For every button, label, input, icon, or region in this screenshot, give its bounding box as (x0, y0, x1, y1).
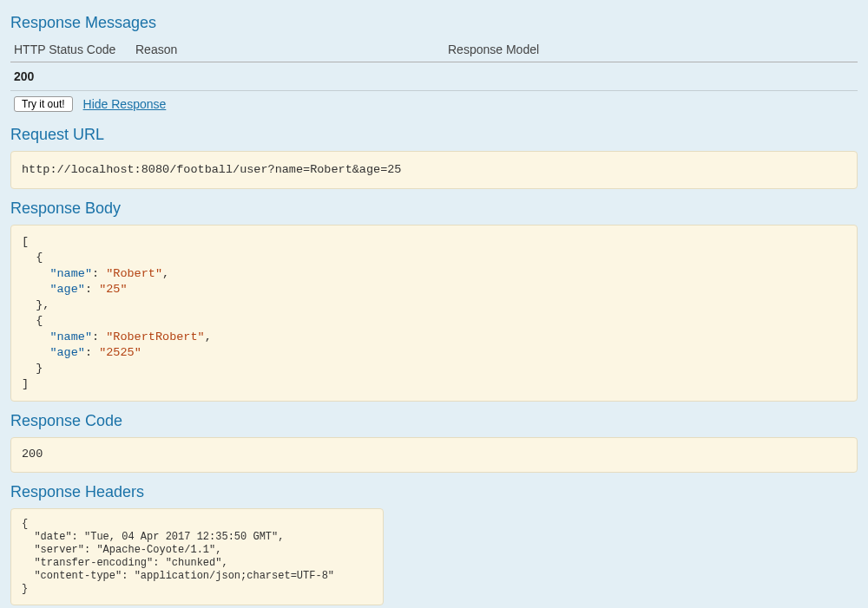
section-title-response-body: Response Body (10, 199, 858, 218)
response-messages-header-row: HTTP Status Code Reason Response Model (10, 39, 858, 62)
col-header-reason: Reason (135, 42, 448, 56)
response-message-row: 200 (10, 62, 858, 91)
section-title-response-code: Response Code (10, 412, 858, 430)
response-body-box: [ { "name": "Robert", "age": "25" }, { "… (10, 225, 858, 402)
hide-response-link[interactable]: Hide Response (83, 97, 167, 111)
request-url-box: http://localhost:8080/football/user?name… (10, 151, 858, 189)
col-header-model: Response Model (448, 42, 858, 56)
section-title-request-url: Request URL (10, 126, 858, 144)
section-title-response-messages: Response Messages (10, 14, 858, 32)
response-code-box: 200 (10, 437, 858, 472)
actions-bar: Try it out! Hide Response (10, 91, 858, 121)
response-headers-box: { "date": "Tue, 04 Apr 2017 12:35:50 GMT… (10, 508, 384, 605)
col-header-status: HTTP Status Code (14, 42, 135, 56)
try-it-out-button[interactable]: Try it out! (14, 96, 73, 112)
section-title-response-headers: Response Headers (10, 483, 858, 501)
